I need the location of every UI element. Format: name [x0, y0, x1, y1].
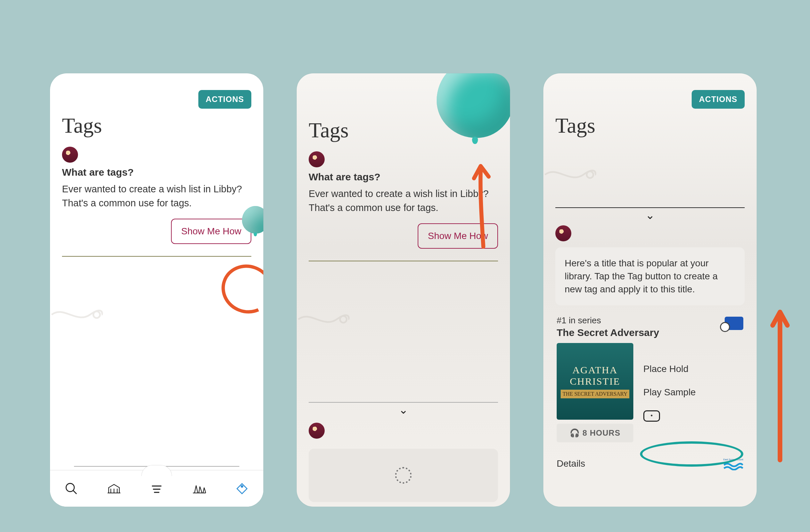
page-title: Tags — [543, 109, 757, 147]
loading-card — [309, 449, 498, 502]
svg-line-2 — [73, 490, 77, 494]
svg-point-7 — [340, 316, 347, 323]
annotation-circle — [215, 257, 263, 321]
divider — [309, 402, 498, 403]
page-title: Tags — [50, 109, 263, 147]
shelf-icon[interactable] — [191, 481, 207, 497]
libby-avatar-icon — [309, 423, 325, 439]
tags-description: Ever wanted to create a wish list in Lib… — [297, 187, 510, 223]
balloon-icon[interactable] — [437, 73, 510, 147]
flourish-divider-icon — [50, 307, 103, 323]
show-me-how-button[interactable]: Show Me How — [418, 223, 498, 249]
audiobook-badge-icon — [725, 317, 743, 330]
menu-icon[interactable] — [149, 481, 165, 497]
library-icon[interactable] — [106, 481, 122, 497]
svg-point-1 — [66, 483, 74, 492]
place-hold-link[interactable]: Place Hold — [643, 364, 743, 374]
tag-icon[interactable] — [234, 481, 250, 497]
bottom-nav — [50, 470, 263, 507]
svg-point-6 — [241, 485, 243, 487]
actions-button[interactable]: ACTIONS — [692, 90, 745, 109]
libby-avatar-icon — [309, 151, 325, 167]
screenshot-panel-2: Tags What are tags? Ever wanted to creat… — [297, 73, 510, 507]
tip-card: Here's a title that is popular at your l… — [555, 247, 745, 305]
cover-subtitle: THE SECRET ADVERSARY — [561, 390, 629, 398]
screenshot-panel-3: ACTIONS Tags ⌄ Here's a title that is po… — [543, 73, 757, 507]
book-cover[interactable]: AGATHA CHRISTIE THE SECRET ADVERSARY 🎧 8… — [557, 343, 633, 442]
duration-badge: 🎧 8 HOURS — [557, 424, 633, 442]
spinner-icon — [395, 467, 412, 484]
balloon-icon[interactable] — [242, 206, 263, 237]
cover-author: AGATHA CHRISTIE — [557, 364, 633, 387]
tags-question: What are tags? — [50, 167, 263, 182]
svg-point-0 — [93, 311, 100, 318]
tags-question: What are tags? — [297, 171, 510, 187]
divider — [62, 256, 251, 257]
flourish-divider-icon — [297, 311, 350, 327]
show-me-how-button[interactable]: Show Me How — [171, 219, 251, 244]
tags-description: Ever wanted to create a wish list in Lib… — [50, 182, 263, 219]
libby-avatar-icon — [62, 147, 78, 163]
details-link[interactable]: Details — [557, 458, 585, 469]
libby-avatar-icon — [555, 225, 571, 241]
divider — [309, 261, 498, 261]
library-logo-icon: East Sussex County Council — [723, 457, 743, 470]
play-sample-link[interactable]: Play Sample — [643, 387, 743, 398]
divider — [555, 207, 745, 208]
svg-point-8 — [587, 171, 593, 178]
svg-text:East Sussex County Council: East Sussex County Council — [723, 458, 743, 461]
search-icon[interactable] — [63, 481, 79, 497]
actions-button[interactable]: ACTIONS — [198, 90, 251, 109]
flourish-divider-icon — [543, 167, 597, 183]
screenshot-panel-1: ACTIONS Tags What are tags? Ever wanted … — [50, 73, 263, 507]
chevron-down-icon[interactable]: ⌄ — [297, 404, 510, 415]
chevron-down-icon[interactable]: ⌄ — [543, 209, 757, 221]
tag-button[interactable]: • — [643, 410, 660, 422]
